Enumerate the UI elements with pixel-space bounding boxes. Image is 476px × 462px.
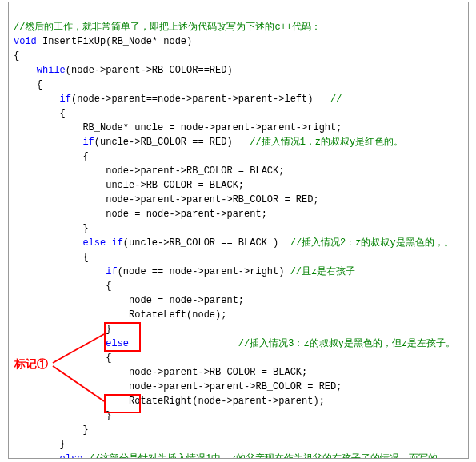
keyword-if-1: if [60, 94, 71, 105]
keyword-while: while [37, 65, 66, 76]
annotation-marker-label: 标记① [14, 357, 48, 372]
keyword-else-1: else [82, 237, 106, 249]
uncle-decl: RB_Node* uncle = node->parent->parent->r… [14, 122, 342, 133]
comment-else-branch: //这部分是针对为插入情况1中，z的父亲现在作为祖父的右孩子了的情况，而写的。 [89, 453, 448, 459]
brace-open-1: { [14, 50, 19, 62]
keyword-if-2: if [82, 137, 94, 148]
keyword-if-3: if [111, 237, 122, 249]
func-signature: InsertFixUp(RB_Node* node) [37, 36, 192, 47]
comment-case-2: //插入情况2：z的叔叔y是黑色的，。 [290, 237, 454, 249]
keyword-else-3: else [60, 453, 83, 459]
keyword-if-4: if [106, 266, 117, 277]
comment-case-1: //插入情况1，z的叔叔y是红色的。 [250, 137, 403, 148]
code-screenshot-container: //然后的工作，就非常简单了，即把上述伪代码改写为下述的c++代码： void … [0, 0, 476, 462]
code-block: //然后的工作，就非常简单了，即把上述伪代码改写为下述的c++代码： void … [8, 2, 469, 459]
comment-right-child: //且z是右孩子 [290, 266, 356, 277]
comment-line-1: //然后的工作，就非常简单了，即把上述伪代码改写为下述的c++代码： [14, 22, 321, 33]
comment-case-3: //插入情况3：z的叔叔y是黑色的，但z是左孩子。 [238, 338, 455, 349]
keyword-else-2: else [106, 338, 129, 349]
keyword-void: void [14, 36, 37, 47]
